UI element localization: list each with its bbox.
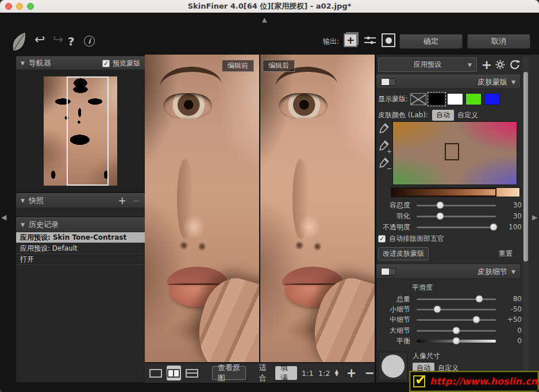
output-add-icon[interactable]: +	[344, 33, 357, 47]
history-header[interactable]: ▼ 历史记录	[16, 217, 145, 232]
reset-skin-mask-button[interactable]: 重置	[499, 249, 513, 259]
large-detail-slider[interactable]	[417, 330, 496, 332]
undo-button[interactable]: ↩	[34, 33, 45, 46]
slider-knob[interactable]	[472, 316, 480, 324]
mask-color-black-swatch[interactable]	[429, 93, 445, 105]
single-view-button[interactable]	[148, 366, 163, 381]
after-photo-eye	[279, 93, 328, 119]
mask-color-green-swatch[interactable]	[465, 93, 482, 105]
collapse-right-panel-arrow[interactable]: ▶	[532, 213, 537, 221]
slider-knob[interactable]	[433, 306, 441, 313]
navigator-collapse-icon[interactable]: ▼	[21, 60, 25, 66]
preview-mask-checkbox-row[interactable]: ✓ 预览蒙版	[102, 59, 140, 68]
fit-button[interactable]: 适合	[254, 366, 276, 380]
preset-dropdown[interactable]: 应用预设 ▼	[378, 57, 477, 72]
snapshot-title: 快照	[29, 195, 44, 206]
collapse-left-panel-arrow[interactable]: ◀	[1, 213, 6, 221]
slider-knob[interactable]	[453, 337, 460, 345]
zoom-out-button[interactable]: −	[364, 367, 375, 379]
portrait-size-preview	[378, 352, 408, 381]
skin-detail-toggle[interactable]	[381, 268, 396, 275]
opacity-label: 不透明度	[378, 222, 410, 232]
skin-color-gradient-picker[interactable]	[392, 121, 517, 185]
medium-detail-slider-row: 中细节 +50	[378, 314, 522, 325]
mask-color-blue-swatch[interactable]	[484, 93, 500, 105]
navigator-thumbnail[interactable]	[44, 76, 117, 186]
after-image[interactable]	[260, 55, 375, 362]
color-selection-box[interactable]	[445, 143, 459, 160]
skin-tone-range-bar[interactable]	[391, 187, 520, 197]
right-panel-scrollbar[interactable]	[523, 56, 529, 382]
slider-knob[interactable]	[476, 295, 483, 303]
navigator-header[interactable]: ▼ 导航器 ✓ 预览蒙版	[16, 56, 145, 70]
preset-reset-icon[interactable]	[507, 57, 521, 72]
amount-slider[interactable]	[417, 298, 496, 300]
help-button[interactable]: ?	[68, 34, 75, 48]
history-item[interactable]: 应用预设: Default	[16, 243, 145, 254]
ratio-1-1-button[interactable]: 1:1	[299, 366, 316, 380]
opacity-slider[interactable]	[417, 226, 496, 228]
navigator-view-rectangle[interactable]	[67, 76, 109, 186]
slider-knob[interactable]	[490, 224, 497, 231]
skin-color-custom-button[interactable]: 自定义	[454, 110, 482, 121]
small-detail-slider[interactable]	[417, 309, 496, 310]
snapshot-collapse-icon[interactable]: ▼	[21, 198, 25, 203]
preset-add-button[interactable]: +	[480, 57, 494, 72]
eyedropper-remove-icon[interactable]: −	[378, 157, 391, 171]
traffic-lights	[5, 3, 34, 10]
feather-slider[interactable]	[417, 216, 496, 217]
ratio-spinner[interactable]: ▲▼	[335, 370, 338, 376]
improve-skin-mask-button[interactable]: 改进皮肤蒙版	[378, 247, 429, 260]
skin-mask-header[interactable]: 皮肤蒙版 ▼	[376, 75, 520, 89]
skin-tone-range-selection[interactable]	[403, 188, 496, 197]
exclude-face-features-checkbox[interactable]: ✓	[378, 235, 386, 243]
slider-knob[interactable]	[437, 202, 444, 209]
redo-button[interactable]: ↪	[53, 33, 63, 46]
output-settings-sliders-icon[interactable]	[363, 33, 377, 47]
skin-mask-toggle[interactable]	[381, 78, 396, 86]
large-detail-label: 大细节	[378, 326, 410, 336]
snapshot-remove-button[interactable]: −	[132, 196, 140, 206]
snapshot-add-button[interactable]: +	[118, 196, 126, 206]
skin-mask-collapse-icon[interactable]: ▼	[511, 79, 515, 85]
slider-knob[interactable]	[437, 213, 444, 220]
eyedropper-add-icon[interactable]: +	[378, 140, 391, 153]
history-item[interactable]: 打开	[16, 254, 145, 265]
history-item[interactable]: 应用预设: Skin Tone-Contrast	[16, 232, 145, 243]
info-button[interactable]: i	[84, 36, 95, 47]
window-title: SkinFiner 4.0[64 位][家用授权] - a02.jpg*	[188, 1, 352, 11]
preset-gear-icon[interactable]	[493, 57, 507, 72]
preview-mask-checkbox[interactable]: ✓	[102, 60, 110, 67]
preview-mask-label: 预览蒙版	[113, 59, 140, 68]
skin-detail-header[interactable]: 皮肤细节 ▼	[376, 264, 520, 279]
zoom-in-button[interactable]: +	[346, 367, 357, 379]
scrollbar-thumb[interactable]	[523, 72, 528, 262]
cancel-button[interactable]: 取消	[467, 34, 530, 49]
slider-knob[interactable]	[453, 327, 460, 335]
amount-value: 80	[502, 295, 522, 303]
before-image[interactable]	[145, 55, 259, 362]
fill-button[interactable]: 填满	[275, 366, 297, 380]
exclude-face-features-row[interactable]: ✓ 自动排除面部五官	[378, 233, 520, 244]
view-original-button[interactable]: 查看原图	[212, 366, 246, 380]
snapshot-header[interactable]: ▼ 快照 + −	[16, 193, 145, 208]
skin-detail-collapse-icon[interactable]: ▼	[511, 269, 515, 275]
history-collapse-icon[interactable]: ▼	[21, 222, 25, 228]
minimize-window-button[interactable]	[16, 3, 23, 10]
mask-color-none-swatch[interactable]	[410, 93, 426, 105]
ok-button[interactable]: 确定	[399, 34, 463, 49]
eyedropper-icon[interactable]	[378, 122, 391, 136]
collapse-toolbar-arrow[interactable]: ▲	[262, 16, 267, 24]
split-vertical-view-button[interactable]	[167, 366, 182, 381]
ratio-1-2-button[interactable]: 1:2	[316, 366, 333, 380]
before-photo-nose-tip	[183, 214, 206, 239]
medium-detail-slider[interactable]	[417, 319, 496, 321]
output-record-icon[interactable]	[382, 33, 395, 47]
split-horizontal-view-button[interactable]	[184, 366, 199, 381]
close-window-button[interactable]	[5, 3, 12, 10]
zoom-window-button[interactable]	[27, 3, 34, 10]
mask-color-white-swatch[interactable]	[447, 93, 463, 105]
skin-color-auto-button[interactable]: 自动	[432, 110, 454, 121]
balance-slider[interactable]	[417, 340, 496, 343]
tolerance-slider[interactable]	[417, 205, 496, 206]
